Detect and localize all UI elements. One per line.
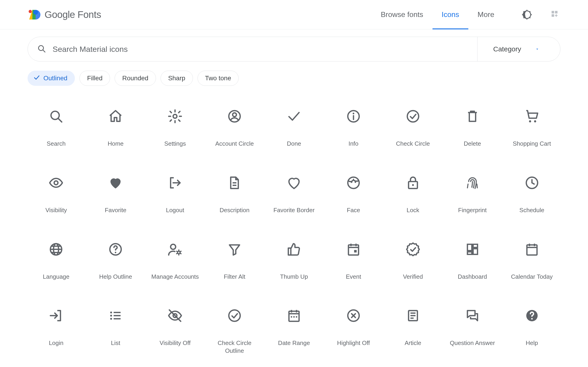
icon-tile-check_circle[interactable]: Check Circle (384, 109, 441, 148)
icon-label: Date Range (278, 339, 310, 347)
chip-two-tone[interactable]: Two tone (198, 71, 239, 86)
language-icon (48, 242, 64, 257)
icon-label: Search (47, 140, 65, 148)
icon-label: Check Circle (396, 140, 430, 148)
icon-tile-shopping_cart[interactable]: Shopping Cart (503, 109, 561, 148)
icon-label: Description (220, 206, 250, 214)
chip-sharp[interactable]: Sharp (161, 71, 193, 86)
icon-tile-schedule[interactable]: Schedule (503, 175, 561, 214)
icon-tile-dashboard[interactable]: Dashboard (444, 242, 501, 281)
icon-tile-logout[interactable]: Logout (147, 175, 204, 214)
icon-tile-settings[interactable]: Settings (147, 109, 204, 148)
icon-label: Check Circle Outline (209, 339, 260, 355)
logout-icon (167, 175, 183, 190)
icon-label: Shopping Cart (513, 140, 551, 148)
icon-tile-filter_alt[interactable]: Filter Alt (206, 242, 263, 281)
view-selected-icon[interactable] (550, 10, 561, 20)
icon-tile-account_circle[interactable]: Account Circle (206, 109, 263, 148)
icon-label: Schedule (519, 206, 544, 214)
icon-label: Thumb Up (280, 273, 308, 281)
shopping-cart-icon (524, 109, 540, 124)
icon-label: Article (405, 339, 421, 347)
category-dropdown[interactable]: Category (484, 45, 551, 53)
icon-tile-help[interactable]: Help (503, 308, 561, 355)
icon-tile-face[interactable]: Face (325, 175, 382, 214)
search-icon (37, 44, 46, 54)
icon-label: Event (346, 273, 361, 281)
nav-browse-fonts[interactable]: Browse fonts (381, 0, 423, 29)
icon-label: Dashboard (458, 273, 487, 281)
icon-tile-info[interactable]: Info (325, 109, 382, 148)
icon-label: Help Outline (99, 273, 132, 281)
icon-tile-calendar_today[interactable]: Calendar Today (503, 242, 561, 281)
search-input[interactable] (52, 45, 471, 54)
main-nav: Browse fonts Icons More (381, 0, 494, 29)
icon-label: Help (526, 339, 538, 347)
icon-label: Language (43, 273, 69, 281)
icon-tile-visibility_off[interactable]: Visibility Off (147, 308, 204, 355)
icon-tile-visibility[interactable]: Visibility (27, 175, 85, 214)
nav-icons[interactable]: Icons (442, 0, 459, 29)
icon-tile-verified[interactable]: Verified (384, 242, 441, 281)
icon-tile-login[interactable]: Login (27, 308, 85, 355)
icon-tile-home[interactable]: Home (87, 109, 144, 148)
icon-label: Highlight Off (337, 339, 370, 347)
icon-tile-help_outline[interactable]: Help Outline (87, 242, 144, 281)
icon-label: Visibility (45, 206, 67, 214)
check-circle-outline-icon (227, 308, 242, 323)
icon-label: Verified (403, 273, 423, 281)
chip-label: Outlined (43, 75, 67, 82)
google-fonts-logo-icon (27, 8, 40, 21)
icon-tile-manage_accounts[interactable]: Manage Accounts (147, 242, 204, 281)
icon-label: Visibility Off (160, 339, 191, 347)
done-icon (286, 109, 302, 124)
icon-tile-check_circle_outline[interactable]: Check Circle Outline (206, 308, 263, 355)
help-icon (524, 308, 540, 323)
icon-tile-fingerprint[interactable]: Fingerprint (444, 175, 501, 214)
chip-rounded[interactable]: Rounded (115, 71, 156, 86)
icon-tile-date_range[interactable]: Date Range (266, 308, 323, 355)
icon-tile-language[interactable]: Language (27, 242, 85, 281)
visibility-off-icon (167, 308, 183, 323)
chip-filled[interactable]: Filled (79, 71, 110, 86)
icon-tile-done[interactable]: Done (266, 109, 323, 148)
chip-label: Two tone (205, 75, 231, 82)
icon-tile-search[interactable]: Search (27, 109, 85, 148)
icon-tile-event[interactable]: Event (325, 242, 382, 281)
icon-tile-question_answer[interactable]: Question Answer (444, 308, 501, 355)
description-icon (227, 175, 242, 190)
calendar-today-icon (524, 242, 540, 257)
article-icon (405, 308, 421, 323)
icon-tile-article[interactable]: Article (384, 308, 441, 355)
home-icon (108, 109, 123, 124)
icon-tile-thumb_up[interactable]: Thumb Up (266, 242, 323, 281)
lock-icon (405, 175, 421, 190)
icon-label: Account Circle (215, 140, 254, 148)
nav-more[interactable]: More (477, 0, 494, 29)
login-icon (48, 308, 64, 323)
icon-tile-description[interactable]: Description (206, 175, 263, 214)
settings-icon (167, 109, 183, 124)
icon-tile-list[interactable]: List (87, 308, 144, 355)
logo[interactable]: Google Fonts (27, 8, 101, 21)
icon-tile-favorite[interactable]: Favorite (87, 175, 144, 214)
icon-tile-lock[interactable]: Lock (384, 175, 441, 214)
chip-label: Filled (87, 75, 103, 82)
dark-mode-toggle-icon[interactable] (522, 10, 532, 20)
date-range-icon (286, 308, 302, 323)
dropdown-icon (535, 45, 540, 53)
icon-label: Fingerprint (458, 206, 487, 214)
app-header: Google Fonts Browse fonts Icons More (0, 0, 588, 29)
icon-tile-favorite_border[interactable]: Favorite Border (266, 175, 323, 214)
search-divider (477, 37, 477, 61)
chip-outlined[interactable]: Outlined (27, 71, 75, 86)
account-circle-icon (227, 109, 242, 124)
manage-accounts-icon (167, 242, 183, 257)
icon-tile-highlight_off[interactable]: Highlight Off (325, 308, 382, 355)
chip-label: Rounded (122, 75, 148, 82)
icon-tile-delete[interactable]: Delete (444, 109, 501, 148)
svg-point-63 (29, 10, 32, 13)
question-answer-icon (465, 308, 480, 323)
icon-label: Logout (166, 206, 184, 214)
style-chips: Outlined Filled Rounded Sharp Two tone (0, 61, 588, 86)
